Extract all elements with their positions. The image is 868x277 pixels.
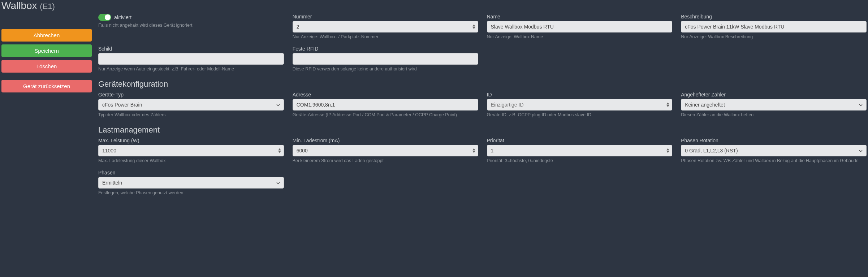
priority-label: Priorität [487, 138, 673, 143]
schild-help: Nur Anzeige wenn Auto eingesteckt: z.B. … [98, 66, 284, 72]
name-help: Nur Anzeige: Wallbox Name [487, 34, 673, 40]
max-power-label: Max. Leistung (W) [98, 138, 284, 143]
priority-input[interactable] [487, 145, 673, 156]
description-help: Nur Anzeige: Wallbox Beschreibung [681, 34, 867, 40]
phase-rotation-help: Phasen Rotation zw. WB-Zähler und Wallbo… [681, 158, 867, 164]
reset-device-button[interactable]: Gerät zurücksetzen [1, 80, 92, 92]
schild-input[interactable] [98, 53, 284, 65]
min-current-help: Bei kleinerem Strom wird das Laden gesto… [293, 158, 478, 164]
id-help: Geräte ID, z.B. OCPP plug ID oder Modbus… [487, 112, 673, 118]
max-power-help: Max. Ladeleistung dieser Wallbox [98, 158, 284, 164]
section-load-title: Lastmanagement [98, 125, 867, 135]
pinned-meter-select[interactable]: Keiner angeheftet [681, 99, 867, 111]
id-label: ID [487, 92, 673, 98]
page-title: Wallbox (E1) [1, 0, 867, 12]
number-label: Nummer [293, 14, 478, 20]
sidebar: Abbrechen Speichern Löschen Gerät zurück… [1, 14, 92, 202]
phase-rotation-select[interactable]: 0 Grad, L1,L2,L3 (RST) [681, 145, 867, 156]
address-help: Geräte-Adresse (IP Addresse:Port / COM P… [293, 112, 478, 118]
id-input[interactable] [487, 99, 673, 111]
name-label: Name [487, 14, 673, 20]
phases-label: Phasen [98, 170, 284, 176]
number-input[interactable] [293, 21, 478, 33]
title-sub: (E1) [40, 2, 55, 11]
name-input[interactable] [487, 21, 673, 33]
min-current-label: Min. Ladestrom (mA) [293, 138, 478, 143]
max-power-input[interactable] [98, 145, 284, 156]
address-input[interactable] [293, 99, 478, 111]
min-current-input[interactable] [293, 145, 478, 156]
activated-help: Falls nicht angehakt wird dieses Gerät i… [98, 22, 284, 29]
pinned-meter-label: Angehefteter Zähler [681, 92, 867, 98]
title-main: Wallbox [1, 0, 37, 11]
device-type-select[interactable]: cFos Power Brain [98, 99, 284, 111]
pinned-meter-help: Diesen Zähler an die Wallbox heften [681, 112, 867, 118]
address-label: Adresse [293, 92, 478, 98]
phase-rotation-label: Phasen Rotation [681, 138, 867, 143]
phases-help: Festlegen, welche Phasen genutzt werden [98, 190, 284, 196]
device-type-label: Geräte-Typ [98, 92, 284, 98]
delete-button[interactable]: Löschen [1, 60, 92, 73]
activated-label: aktiviert [114, 14, 131, 20]
rfid-label: Feste RFID [293, 46, 478, 52]
rfid-input[interactable] [293, 53, 478, 65]
save-button[interactable]: Speichern [1, 44, 92, 57]
schild-label: Schild [98, 46, 284, 52]
device-type-help: Typ der Wallbox oder des Zählers [98, 112, 284, 118]
rfid-help: Diese RFID verwenden solange keine ander… [293, 66, 478, 72]
section-config-title: Gerätekonfiguration [98, 79, 867, 89]
cancel-button[interactable]: Abbrechen [1, 29, 92, 42]
phases-select[interactable]: Ermitteln [98, 177, 284, 189]
activated-toggle[interactable] [98, 14, 111, 21]
number-help: Nur Anzeige: Wallbox- / Parkplatz-Nummer [293, 34, 478, 40]
description-input[interactable] [681, 21, 867, 33]
description-label: Beschreibung [681, 14, 867, 20]
priority-help: Priorität: 3=höchste, 0=niedrigste [487, 158, 673, 164]
